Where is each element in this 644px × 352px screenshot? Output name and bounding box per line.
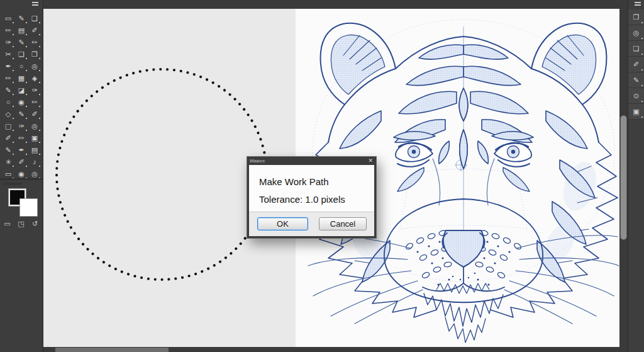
tool-icon: ◈ (32, 74, 37, 82)
tool-icon: ✐ (18, 158, 24, 166)
dialog-heading: Make Work Path (259, 176, 374, 187)
tool-flyout-dot (26, 94, 27, 95)
tool-button[interactable]: ❑ (28, 13, 41, 24)
mode-icon[interactable]: ↺ (30, 219, 40, 228)
side-tool-button[interactable]: ✎ (628, 72, 644, 88)
side-tool-icon: ◎ (633, 29, 640, 37)
tool-icon: ◉ (18, 170, 25, 178)
tool-button[interactable]: ✐ (15, 157, 28, 167)
tool-button[interactable]: ✎ (2, 85, 14, 96)
tool-flyout-dot (13, 142, 14, 143)
tool-icon: ◪ (18, 86, 25, 94)
tool-button[interactable]: ✒ (2, 61, 14, 72)
tool-button[interactable]: ✂ (2, 49, 14, 60)
tool-icon: ✎ (5, 86, 11, 94)
tool-icon: ✐ (31, 110, 37, 118)
tool-icon: ✳ (5, 158, 11, 166)
tool-button[interactable]: ◇ (2, 109, 14, 120)
tool-icon: ✑ (5, 38, 11, 46)
tool-button[interactable]: ▤ (15, 25, 28, 36)
tool-button[interactable]: ✏ (2, 73, 14, 84)
tool-flyout-dot (13, 118, 14, 119)
side-tool-button[interactable]: ✐ (628, 57, 644, 72)
tool-button[interactable]: ✑ (28, 85, 41, 96)
side-tool-button[interactable]: ◎ (628, 25, 644, 41)
tool-icon: ✎ (18, 38, 24, 46)
tool-flyout-dot (26, 22, 27, 23)
mode-icon[interactable]: ◳ (16, 219, 26, 228)
right-toolbar: ❐ ◎ ❏ ✐ ✎ ⊙ ▣ (628, 0, 644, 352)
section-divider (0, 178, 43, 180)
tool-flyout-dot (26, 106, 27, 107)
tool-button[interactable]: ◎ (28, 121, 41, 132)
tool-button[interactable]: ❐ (28, 49, 41, 60)
background-color-swatch[interactable] (19, 198, 38, 217)
ok-button[interactable]: OK (257, 217, 308, 230)
tool-button[interactable]: ✐ (28, 25, 41, 36)
tool-icon: ✑ (18, 122, 24, 130)
tool-icon: ❏ (18, 50, 25, 58)
tool-flyout-dot (26, 166, 27, 167)
side-tool-button[interactable]: ❏ (628, 41, 644, 57)
tool-icon: ✒ (5, 62, 11, 70)
side-tool-button[interactable]: ▣ (628, 104, 644, 120)
tool-flyout-dot (39, 22, 40, 23)
tool-icon: ✎ (18, 14, 24, 22)
tool-icon: ▢ (5, 122, 11, 130)
vertical-scrollbar-thumb[interactable] (620, 115, 627, 240)
tool-icon: ♪ (33, 158, 36, 166)
tool-button[interactable]: ✏ (2, 25, 14, 36)
tool-button[interactable]: ○ (2, 97, 14, 108)
panel-collapse-icon[interactable] (32, 2, 38, 6)
tool-button[interactable]: ✑ (15, 121, 28, 132)
tool-button[interactable]: ♪ (28, 157, 41, 167)
tool-button[interactable]: ✒ (15, 145, 28, 156)
tool-button[interactable]: ✎ (15, 37, 28, 48)
tool-button[interactable]: ✏ (28, 37, 41, 48)
tool-icon: ○ (19, 62, 24, 70)
tool-flyout-dot (26, 34, 27, 35)
tool-icon: ◇ (6, 110, 11, 118)
panel-collapse-icon[interactable] (635, 2, 641, 6)
side-tool-button[interactable]: ⊙ (628, 88, 644, 104)
side-tool-strip: ❐ ◎ ❏ ✐ ✎ ⊙ ▣ (628, 9, 644, 120)
tool-button[interactable]: ▣ (28, 133, 41, 144)
tool-icon: ◎ (31, 122, 38, 130)
tool-button[interactable]: ▢ (2, 121, 14, 132)
tool-flyout-dot (13, 58, 14, 59)
tool-button[interactable]: ✐ (28, 109, 41, 120)
tool-button[interactable]: ▦ (15, 73, 28, 84)
tool-button[interactable]: ✳ (2, 157, 14, 167)
tool-button[interactable]: ○ (15, 61, 28, 72)
tool-button[interactable]: ✎ (2, 145, 14, 156)
tool-flyout-dot (641, 85, 643, 86)
tool-flyout-dot (26, 70, 27, 71)
tool-button[interactable]: ◪ (15, 85, 28, 96)
tool-button[interactable]: ◈ (28, 73, 41, 84)
tool-button[interactable]: ✏ (28, 97, 41, 108)
cancel-button[interactable]: Cancel (319, 217, 367, 230)
tool-flyout-dot (39, 118, 40, 119)
horizontal-scrollbar-thumb[interactable] (55, 348, 169, 352)
tool-icon: ✏ (18, 134, 24, 142)
tool-button[interactable]: ❏ (15, 49, 28, 60)
dialog-title-text: Maaee (250, 158, 265, 164)
tool-button[interactable]: ✎ (15, 109, 28, 120)
tool-button[interactable]: ✏ (15, 133, 28, 144)
photo-editor-window: ▭ ✎ ❑ ✏ ▤ ✐ ✑ ✎ ✏ ✂ ❏ ❐ (0, 0, 644, 352)
dialog-title-bar[interactable]: Maaee ✕ (247, 157, 376, 165)
tool-button[interactable]: ▤ (28, 145, 41, 156)
tool-icon: ❑ (31, 14, 38, 22)
tool-button[interactable]: ✐ (2, 133, 14, 144)
tool-button[interactable]: ✎ (15, 13, 28, 24)
tool-flyout-dot (641, 54, 643, 55)
tool-button[interactable]: ▭ (2, 13, 14, 24)
close-icon[interactable]: ✕ (368, 158, 373, 164)
tool-icon: ✏ (5, 26, 11, 34)
mode-icon[interactable]: ▭ (3, 219, 12, 228)
side-tool-button[interactable]: ❐ (628, 9, 644, 25)
tool-button[interactable]: ◉ (15, 97, 28, 108)
tool-button[interactable]: ◎ (28, 61, 41, 72)
tool-flyout-dot (39, 46, 40, 47)
tool-button[interactable]: ✑ (2, 37, 14, 48)
